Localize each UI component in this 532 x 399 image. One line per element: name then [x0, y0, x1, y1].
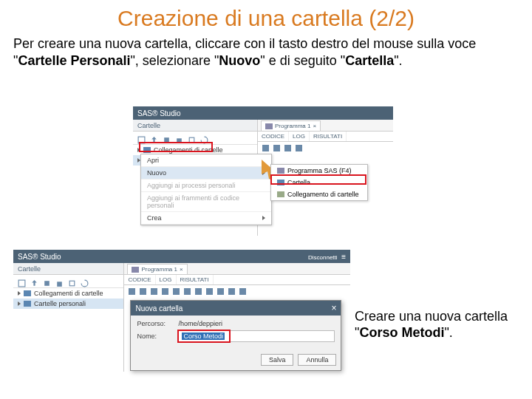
editor-subtabs: CODICE LOG RISULTATI	[258, 132, 393, 142]
menu-add-process[interactable]: Aggiungi ai processi personali	[141, 180, 271, 192]
folder-panel: Cartelle Collegamenti di cartelle Cartel…	[13, 263, 124, 372]
editor-tabs: Programma 1×	[124, 263, 350, 275]
highlight-folder-option	[270, 174, 366, 185]
svg-rect-4	[18, 280, 25, 287]
tree-item-links[interactable]: Collegamenti di cartelle	[13, 288, 123, 299]
name-label: Nome:	[137, 332, 174, 340]
tab-program[interactable]: Programma 1×	[127, 264, 187, 274]
editor-tabs: Programma 1×	[258, 120, 393, 132]
app-name: SAS® Studio	[137, 109, 181, 117]
file-icon	[277, 168, 284, 174]
close-icon[interactable]: ×	[180, 266, 183, 273]
screenshot-2: SAS® Studio Disconnetti ≡ Cartelle Colle…	[13, 250, 350, 372]
app-titlebar: SAS® Studio Disconnetti ≡	[13, 250, 350, 263]
undo-icon[interactable]	[162, 288, 168, 295]
app-name: SAS® Studio	[18, 253, 61, 261]
highlight-personal-folders	[139, 142, 213, 152]
editor-toolbar	[124, 285, 350, 297]
new-icon[interactable]	[43, 277, 51, 285]
props-icon[interactable]	[68, 277, 76, 285]
subtab-code[interactable]: CODICE	[258, 132, 289, 141]
save-icon[interactable]	[284, 145, 291, 151]
editor-subtabs: CODICE LOG RISULTATI	[124, 275, 350, 285]
side-caption: Creare una nuova cartella "Corso Metodi"…	[355, 309, 529, 341]
refresh-icon[interactable]	[81, 277, 89, 285]
subtab-log[interactable]: LOG	[156, 275, 177, 284]
menu-create[interactable]: Crea	[141, 212, 271, 225]
cancel-button[interactable]: Annulla	[298, 354, 336, 366]
dialog-title: Nuova cartella	[135, 304, 183, 313]
subtab-results[interactable]: RISULTATI	[310, 132, 347, 141]
folder-tree: Collegamenti di cartelle Cartelle person…	[13, 288, 123, 309]
upload-icon[interactable]	[30, 277, 38, 285]
link-icon	[277, 191, 284, 197]
format-icon[interactable]	[217, 288, 224, 295]
copy-icon[interactable]	[184, 288, 191, 295]
zoom-icon[interactable]	[239, 288, 246, 295]
name-input[interactable]: Corso Metodi	[178, 330, 335, 342]
app-titlebar: SAS® Studio	[133, 106, 393, 120]
tab-program[interactable]: Programma 1×	[261, 120, 321, 131]
props-icon[interactable]	[188, 134, 196, 142]
close-icon[interactable]: ×	[331, 303, 336, 313]
delete-icon[interactable]	[55, 277, 64, 285]
run-icon[interactable]	[129, 288, 135, 295]
submenu-link[interactable]: Collegamento di cartelle	[271, 188, 367, 200]
paste-icon[interactable]	[195, 288, 202, 295]
find-icon[interactable]	[206, 288, 213, 295]
path-value: /home/deppieri	[178, 320, 335, 327]
subtab-results[interactable]: RISULTATI	[177, 275, 214, 284]
chevron-right-icon	[262, 216, 265, 220]
folder-icon	[24, 301, 31, 307]
stop-icon[interactable]	[140, 288, 146, 295]
context-menu: Apri Nuovo Aggiungi ai processi personal…	[140, 154, 272, 225]
upload-icon[interactable]	[150, 134, 158, 142]
file-icon	[132, 267, 139, 273]
file-icon	[265, 123, 273, 129]
folder-toolbar	[13, 275, 123, 288]
refresh-icon[interactable]	[200, 134, 208, 142]
intro-text: Per creare una nuova cartella, cliccare …	[0, 31, 532, 69]
menu-icon[interactable]: ≡	[341, 253, 346, 261]
page-title: Creazione di una cartella (2/2)	[0, 0, 532, 31]
new-folder-dialog: Nuova cartella × Percorso: /home/deppier…	[130, 300, 341, 371]
svg-rect-5	[44, 281, 50, 286]
editor-panel: Programma 1× CODICE LOG RISULTATI	[124, 263, 350, 372]
chevron-icon	[18, 291, 21, 296]
folder-icon	[24, 290, 31, 296]
menu-open[interactable]: Apri	[141, 154, 271, 167]
save-button[interactable]: Salva	[261, 354, 294, 366]
path-label: Percorso:	[137, 320, 174, 327]
new-icon[interactable]	[163, 134, 171, 142]
svg-rect-6	[57, 282, 62, 287]
cut-icon[interactable]	[173, 288, 180, 295]
folder-panel-header: Cartelle	[13, 263, 123, 275]
expand-icon[interactable]	[137, 134, 146, 142]
screenshot-1: SAS® Studio Cartelle Collegamenti di car…	[133, 106, 393, 236]
folder-panel-header: Cartelle	[133, 120, 257, 132]
delete-icon[interactable]	[175, 134, 183, 142]
menu-add-snippet[interactable]: Aggiungi ai frammenti di codice personal…	[141, 192, 271, 212]
editor-toolbar	[258, 142, 393, 154]
expand-icon[interactable]	[18, 277, 26, 285]
run-icon[interactable]	[262, 145, 269, 151]
menu-new[interactable]: Nuovo	[141, 167, 271, 180]
disconnect-link[interactable]: Disconnetti	[308, 254, 338, 261]
undo-icon[interactable]	[296, 145, 302, 151]
svg-rect-7	[69, 281, 75, 286]
chevron-icon	[18, 301, 21, 306]
clear-icon[interactable]	[228, 288, 235, 295]
stop-icon[interactable]	[273, 145, 280, 151]
tree-item-personal[interactable]: Cartelle personali	[13, 299, 123, 309]
save-icon[interactable]	[151, 288, 157, 295]
subtab-code[interactable]: CODICE	[124, 275, 155, 284]
close-icon[interactable]: ×	[313, 123, 316, 129]
highlight-name-input	[177, 330, 231, 343]
subtab-log[interactable]: LOG	[289, 132, 310, 141]
dialog-titlebar: Nuova cartella ×	[131, 301, 341, 316]
